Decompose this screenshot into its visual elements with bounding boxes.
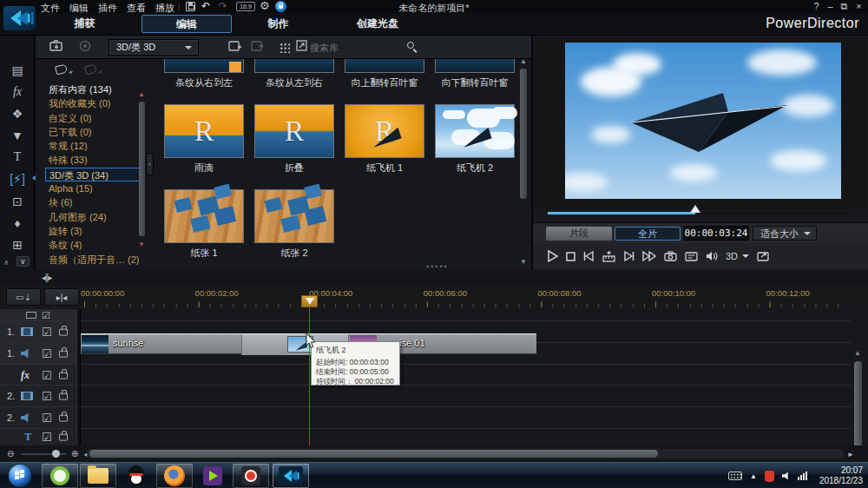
scroll-up-icon[interactable]: ▲ <box>854 349 861 357</box>
category-item[interactable]: 几何图形 (24) <box>45 210 142 224</box>
scrollbar-thumb[interactable] <box>89 450 658 458</box>
scroll-up-icon[interactable]: ▲ <box>520 57 527 65</box>
category-filter-dropdown[interactable]: 3D/类 3D <box>108 39 199 56</box>
transition-thumbnail[interactable] <box>435 104 515 158</box>
effects-room-icon[interactable]: fx <box>0 85 35 99</box>
tab-capture[interactable]: 捕获 <box>52 15 117 33</box>
enable-checkbox[interactable]: ☑ <box>42 412 52 425</box>
track-header-video1[interactable]: 1. ☑ <box>0 321 76 343</box>
grid-view-icon[interactable] <box>279 43 290 53</box>
scroll-up-icon[interactable]: ▲ <box>138 90 145 98</box>
library-scrollbar[interactable]: ▲ ▼ <box>519 60 528 267</box>
scrollbar-thumb[interactable] <box>139 102 145 236</box>
transition-item[interactable]: 条纹从左到右 <box>249 59 339 104</box>
taskbar-recorder-icon[interactable] <box>233 464 269 488</box>
movie-mode-button[interactable]: 全片 <box>615 227 681 241</box>
taskbar-clock[interactable]: 20:07 2018/12/23 <box>819 465 863 486</box>
taskbar-qq-icon[interactable] <box>118 464 155 488</box>
zoom-slider-knob[interactable] <box>52 450 60 458</box>
rail-scroll-up-icon[interactable]: ∧ <box>3 258 10 267</box>
transition-item[interactable]: 向上翻转百叶窗 <box>339 59 430 104</box>
previous-frame-button[interactable] <box>583 251 595 261</box>
category-item[interactable]: 已下载 (0) <box>45 125 142 139</box>
transition-thumbnail[interactable] <box>345 59 424 73</box>
track-header-audio2[interactable]: 2. ☑ <box>0 407 76 429</box>
volume-tray-icon[interactable] <box>782 472 790 480</box>
taskbar-explorer-icon[interactable] <box>80 464 116 488</box>
category-item[interactable]: 特殊 (33) <box>45 153 142 167</box>
lock-icon[interactable] <box>59 372 68 379</box>
enable-checkbox[interactable]: ☑ <box>42 431 52 444</box>
lock-icon[interactable] <box>59 351 68 358</box>
track-manager-button[interactable]: ▭⇣ <box>6 288 41 306</box>
capture-media-icon[interactable] <box>79 40 92 52</box>
render-preview-button[interactable] <box>602 251 615 262</box>
export-library-icon[interactable] <box>251 40 264 52</box>
transition-item[interactable]: 纸张 1 <box>159 189 249 268</box>
delete-tag-icon[interactable] <box>84 63 97 75</box>
transition-room-icon[interactable]: [⚡] <box>0 172 35 186</box>
search-icon[interactable] <box>407 42 414 49</box>
category-item[interactable]: 所有内容 (134) <box>45 82 142 96</box>
particle-room-icon[interactable]: ▼ <box>0 129 35 142</box>
track-header-effect[interactable]: fx ☑ <box>0 365 76 386</box>
splitter-handle-icon[interactable]: ◂||▸ <box>42 273 51 282</box>
create-tag-icon[interactable] <box>55 63 68 75</box>
timeline-ruler[interactable]: 00:00:00:0000:00:02:0000:00:04:0000:00:0… <box>81 286 851 309</box>
preview-video[interactable] <box>565 43 841 199</box>
pip-objects-room-icon[interactable]: ❖ <box>0 107 35 121</box>
track-header-audio1[interactable]: 1. ☑ <box>0 343 76 365</box>
scrollbar-thumb[interactable] <box>520 69 527 199</box>
import-media-icon[interactable] <box>49 40 63 52</box>
transition-item[interactable]: 纸飞机 2 <box>430 104 518 189</box>
category-item[interactable]: 自定义 (0) <box>45 111 142 125</box>
media-room-icon[interactable]: ▤ <box>0 63 35 77</box>
scrollbar-thumb[interactable] <box>854 361 862 452</box>
tab-create-disc[interactable]: 创建光盘 <box>339 15 417 33</box>
category-item[interactable]: 我的收藏夹 (0) <box>45 96 142 110</box>
lock-icon[interactable] <box>59 393 68 400</box>
category-item[interactable]: 常规 (12) <box>45 139 142 153</box>
taskbar-360-browser-icon[interactable] <box>42 464 78 488</box>
category-item[interactable]: 条纹 (4) <box>45 238 142 252</box>
transition-thumbnail[interactable]: R <box>254 104 334 158</box>
seekbar-handle[interactable] <box>690 205 700 213</box>
minimize-button[interactable]: – <box>824 1 837 11</box>
play-button[interactable] <box>547 250 558 262</box>
transition-thumbnail[interactable] <box>435 59 515 73</box>
tab-edit[interactable]: 编辑 <box>141 15 232 33</box>
enable-checkbox[interactable]: ☑ <box>42 368 52 381</box>
network-tray-icon[interactable] <box>798 472 807 480</box>
volume-button[interactable] <box>706 251 718 261</box>
category-item[interactable]: 旋转 (3) <box>45 224 142 238</box>
enable-checkbox[interactable]: ☑ <box>42 390 52 403</box>
taskbar-firefox-icon[interactable] <box>156 464 193 488</box>
close-button[interactable]: × <box>852 1 865 11</box>
transition-thumbnail[interactable] <box>254 189 334 243</box>
lock-icon[interactable] <box>59 329 68 336</box>
start-button[interactable] <box>2 464 38 488</box>
undock-preview-button[interactable] <box>757 251 769 261</box>
mixing-room-icon[interactable]: ⊡ <box>0 195 35 208</box>
clip-mode-button[interactable]: 片段 <box>546 227 612 241</box>
restore-button[interactable]: ⧉ <box>838 1 851 12</box>
track-select-row[interactable]: ☑ <box>0 309 76 321</box>
transition-thumbnail[interactable] <box>164 189 244 243</box>
transition-item[interactable]: 条纹从右到左 <box>159 59 249 104</box>
enable-checkbox[interactable]: ☑ <box>42 347 52 360</box>
title-room-icon[interactable]: T <box>0 150 35 164</box>
category-item[interactable]: 3D/类 3D (34) <box>45 168 142 181</box>
tab-produce[interactable]: 制作 <box>246 15 311 33</box>
taskbar-player-icon[interactable] <box>194 464 231 488</box>
zoom-in-icon[interactable]: ⊕ <box>71 449 78 458</box>
chapter-room-icon[interactable]: ⊞ <box>0 238 35 252</box>
search-input[interactable] <box>310 40 397 56</box>
new-folder-icon[interactable] <box>228 40 241 52</box>
scroll-down-icon[interactable]: ▼ <box>520 258 527 266</box>
transition-item[interactable]: 纸张 2 <box>249 189 339 268</box>
transition-item[interactable]: R 纸飞机 1 <box>339 104 430 189</box>
playhead-marker[interactable] <box>301 295 318 307</box>
transition-item[interactable]: 向下翻转百叶窗 <box>430 59 518 104</box>
category-item[interactable]: Alpha (15) <box>45 181 142 195</box>
enable-checkbox[interactable]: ☑ <box>42 326 52 339</box>
